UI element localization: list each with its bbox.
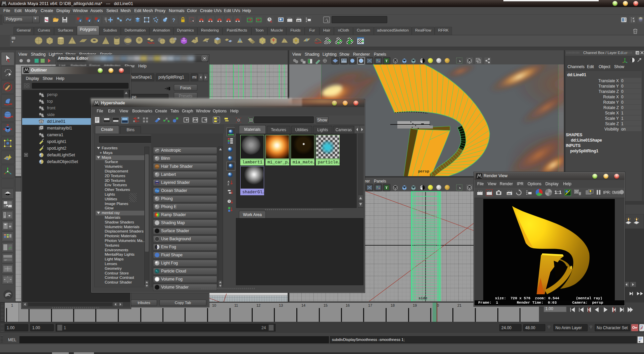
svg-text:💡: 💡 xyxy=(589,190,592,193)
svg-text:IPR: IPR xyxy=(507,193,511,195)
svg-text:Z: Z xyxy=(228,183,229,186)
svg-text:T: T xyxy=(385,59,388,63)
svg-text:IPR: IPR xyxy=(297,20,301,22)
svg-text:D: D xyxy=(156,246,158,249)
svg-text:x: x xyxy=(270,20,272,23)
svg-text:T: T xyxy=(385,186,388,190)
svg-text:?: ? xyxy=(172,17,175,23)
